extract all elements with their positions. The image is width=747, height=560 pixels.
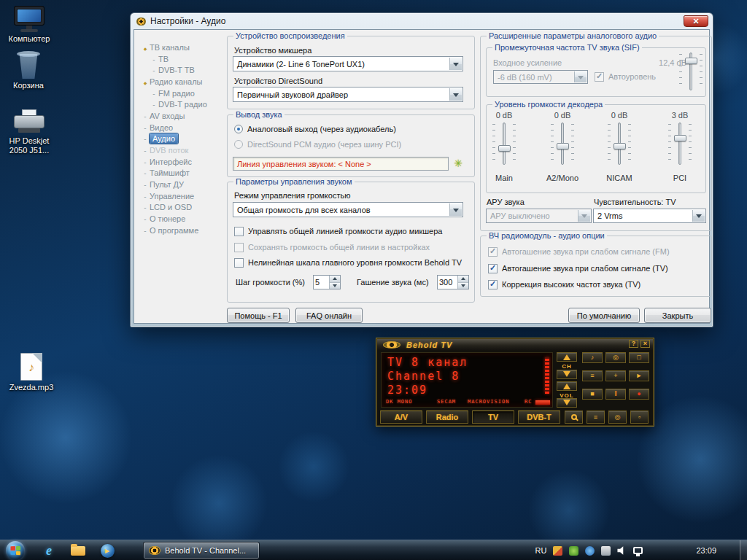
tray-device-icon[interactable] bbox=[601, 546, 611, 556]
slider-thumb[interactable] bbox=[674, 135, 686, 141]
tree-item-about-program[interactable]: О программе bbox=[141, 225, 225, 236]
media-player-button[interactable] bbox=[95, 542, 120, 559]
tree-item-tv-channels[interactable]: ТВ каналы bbox=[141, 42, 225, 53]
checkbox-automute-fm[interactable]: Автогашение звука при слабом сигнале (FM… bbox=[488, 246, 670, 257]
tray-network-icon[interactable] bbox=[633, 547, 643, 554]
radio-pcm-output[interactable]: DirectSound PCM аудио (через шину PCI) bbox=[234, 139, 401, 149]
radio-analog-output[interactable]: Аналоговый выход (через аудиокабель) bbox=[234, 124, 396, 134]
tree-item-timeshift[interactable]: Таймшифт bbox=[141, 168, 225, 179]
tray-printer-icon[interactable] bbox=[553, 546, 562, 556]
help-button[interactable]: Помощь - F1 bbox=[227, 308, 290, 323]
defaults-button[interactable]: По умолчанию bbox=[568, 308, 640, 323]
checkbox-hf-correction[interactable]: Коррекция высоких частот звука (TV) bbox=[488, 279, 640, 289]
record-button[interactable]: ● bbox=[629, 389, 649, 400]
desktop-icon-zvezda-mp3[interactable]: ♪ Zvezda.mp3 bbox=[1, 353, 61, 392]
slider-thumb[interactable] bbox=[685, 58, 697, 64]
mute-time-input[interactable] bbox=[438, 276, 457, 289]
player-titlebar[interactable]: Behold TV bbox=[377, 339, 653, 350]
snapshot-button[interactable]: ◎ bbox=[605, 352, 626, 363]
window-titlebar[interactable]: Настройки - Аудио bbox=[131, 13, 713, 29]
checkbox-control-master-line[interactable]: Управлять общей линией громкости аудио м… bbox=[234, 226, 442, 236]
spin-up-icon[interactable] bbox=[330, 276, 340, 283]
decoder-slider-nicam[interactable] bbox=[611, 121, 627, 166]
mixer-button[interactable]: + bbox=[605, 370, 626, 381]
decoder-slider-main[interactable] bbox=[496, 121, 512, 166]
faq-online-button[interactable]: FAQ онлайн bbox=[295, 308, 363, 323]
spin-down-icon[interactable] bbox=[458, 283, 468, 289]
tree-item-interface[interactable]: Интерфейс bbox=[141, 156, 225, 168]
checkbox-nonlinear-scale[interactable]: Нелинейная шкала главного уровня громкос… bbox=[234, 257, 462, 268]
sound-line-picker-icon[interactable]: ✳ bbox=[452, 157, 465, 170]
windows-explorer-button[interactable] bbox=[66, 542, 90, 559]
channel-list-button[interactable]: ≡ bbox=[587, 411, 605, 424]
tray-volume-icon[interactable] bbox=[617, 546, 627, 556]
slider-thumb[interactable] bbox=[614, 143, 626, 149]
desktop-icon-computer[interactable]: Компьютер bbox=[1, 6, 57, 44]
language-indicator[interactable]: RU bbox=[535, 546, 547, 555]
desktop-icon-recycle-bin[interactable]: Корзина bbox=[1, 48, 56, 90]
start-button[interactable] bbox=[6, 541, 25, 560]
tray-messenger-icon[interactable] bbox=[585, 546, 595, 556]
slider-thumb[interactable] bbox=[557, 143, 569, 149]
decoder-slider-pci[interactable] bbox=[672, 121, 688, 166]
sif-level-slider[interactable] bbox=[683, 51, 699, 92]
mixer-device-select[interactable]: Динамики (2- Line 6 TonePort UX1) bbox=[233, 56, 463, 71]
volume-up-button[interactable] bbox=[557, 381, 577, 391]
tree-item-lcd-osd[interactable]: LCD и OSD bbox=[141, 202, 225, 214]
tree-item-tv[interactable]: ТВ bbox=[141, 53, 225, 65]
tree-item-video[interactable]: Видео bbox=[141, 122, 225, 133]
tree-item-av-inputs[interactable]: AV входы bbox=[141, 110, 225, 122]
mode-tv-button[interactable]: TV bbox=[472, 411, 514, 424]
decoder-slider-a2mono[interactable] bbox=[554, 121, 570, 166]
mute-button[interactable]: ♪ bbox=[582, 352, 603, 363]
mode-dvbt-button[interactable]: DVB-T bbox=[518, 411, 560, 424]
spin-up-icon[interactable] bbox=[458, 276, 468, 283]
channel-down-button[interactable] bbox=[557, 370, 577, 379]
tree-item-dvb-stream[interactable]: DVB поток bbox=[141, 144, 225, 156]
desktop-icon-printer[interactable]: HP Deskjet 2050 J51... bbox=[0, 109, 58, 155]
player-help-button[interactable]: ? bbox=[629, 340, 638, 348]
tree-item-remote-control[interactable]: Пульт ДУ bbox=[141, 179, 225, 190]
tree-item-audio[interactable]: Аудио bbox=[141, 133, 225, 145]
player-close-button[interactable]: × bbox=[640, 340, 650, 348]
agc-select[interactable]: АРУ выключено bbox=[486, 209, 592, 223]
taskbar-task-behold-tv[interactable]: Behold TV - Channel... bbox=[143, 542, 260, 559]
window-close-button[interactable]: ✕ bbox=[684, 15, 708, 27]
volume-down-button[interactable] bbox=[557, 398, 577, 408]
display-mode-button[interactable]: □ bbox=[629, 352, 649, 363]
tuner-button[interactable]: ◎ bbox=[608, 411, 627, 424]
close-button[interactable]: Закрыть bbox=[644, 308, 711, 323]
internet-explorer-button[interactable] bbox=[36, 542, 61, 559]
open-file-button[interactable]: ► bbox=[629, 370, 649, 381]
mode-radio-button[interactable]: Radio bbox=[426, 411, 468, 424]
tree-item-management[interactable]: Управление bbox=[141, 190, 225, 202]
checkbox-automute-tv[interactable]: Автогашение звука при слабом сигнале (TV… bbox=[488, 263, 668, 273]
volume-step-input[interactable] bbox=[314, 276, 329, 289]
tree-item-about-tuner[interactable]: О тюнере bbox=[141, 213, 225, 225]
checkbox-save-master-volume[interactable]: Сохранять громкость общей линии в настро… bbox=[234, 242, 430, 252]
stop-button[interactable]: ■ bbox=[582, 389, 603, 400]
channel-search-button[interactable] bbox=[565, 411, 583, 424]
tree-item-fm-radio[interactable]: FM радио bbox=[141, 88, 225, 99]
minimode-button[interactable]: ▫ bbox=[630, 411, 649, 424]
taskbar-clock[interactable]: 23:09 bbox=[696, 546, 716, 555]
tray-antivirus-icon[interactable] bbox=[569, 546, 578, 556]
volume-step-spinner[interactable] bbox=[313, 275, 341, 289]
mute-time-spinner[interactable] bbox=[437, 275, 469, 289]
checkbox-autolevel[interactable]: Автоуровень bbox=[595, 71, 656, 82]
volume-mode-select[interactable]: Общая громкость для всех каналов bbox=[233, 202, 463, 217]
pause-button[interactable]: ‖ bbox=[605, 389, 626, 400]
folder-icon bbox=[71, 546, 85, 556]
mode-av-button[interactable]: A/V bbox=[380, 411, 422, 424]
tree-item-dvbt-radio[interactable]: DVB-T радио bbox=[141, 98, 225, 110]
channel-up-button[interactable] bbox=[557, 352, 577, 362]
spin-down-icon[interactable] bbox=[330, 283, 340, 289]
tree-item-dvbt-tv[interactable]: DVB-T ТВ bbox=[141, 64, 225, 76]
osd-menu-button[interactable]: ≡ bbox=[582, 370, 603, 381]
input-gain-select[interactable]: -6 dB (160 mV) bbox=[493, 70, 588, 84]
show-desktop-button[interactable] bbox=[740, 540, 747, 560]
slider-thumb[interactable] bbox=[498, 145, 511, 152]
tree-item-radio-channels[interactable]: Радио каналы bbox=[141, 76, 225, 88]
directsound-device-select[interactable]: Первичный звуковой драйвер bbox=[233, 87, 463, 102]
sensitivity-select[interactable]: 2 Vrms bbox=[593, 209, 706, 223]
